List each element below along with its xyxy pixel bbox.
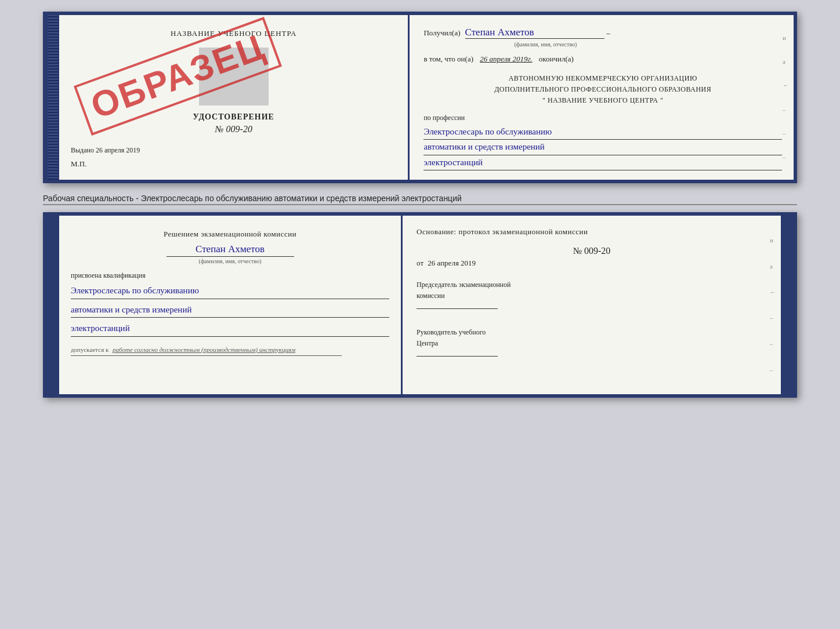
chairman-block: Председатель экзаменационной комиссии [417, 279, 767, 313]
cert-title: УДОСТОВЕРЕНИЕ [71, 112, 396, 122]
spine-bottom-left [46, 216, 59, 394]
school-name: НАЗВАНИЕ УЧЕБНОГО ЦЕНТРА [71, 29, 396, 38]
side-decoration: и а ← – – – [783, 15, 789, 180]
allowed-value: работе согласно должностным (производств… [113, 346, 295, 353]
side-decoration-bottom: и а ← – – – [770, 216, 776, 394]
commission-name: Степан Ахметов [71, 243, 389, 255]
issued-line: Выдано 26 апреля 2019 [71, 146, 396, 155]
chairman-label2: комиссии [417, 290, 767, 301]
mp-line: М.П. [71, 159, 396, 169]
fio-label-top: (фамилия, имя, отчество) [476, 41, 615, 48]
director-signature-line [417, 356, 498, 357]
chairman-signature-line [417, 308, 498, 309]
allowed-prefix: допускается к [71, 346, 108, 353]
spine-bottom-right [781, 216, 794, 394]
allowed-line: допускается к работе согласно должностны… [71, 346, 389, 353]
date-line: в том, что он(а) 26 апреля 2019г. окончи… [423, 54, 782, 64]
date-prefix: в том, что он(а) [423, 54, 473, 63]
top-right-panel: Получил(а) Степан Ахметов – (фамилия, им… [410, 15, 794, 180]
received-prefix: Получил(а) [423, 28, 460, 37]
issued-label: Выдано [71, 146, 94, 154]
chairman-label1: Председатель экзаменационной [417, 279, 767, 290]
protocol-date-prefix: от [417, 259, 423, 267]
fio-label-bottom: (фамилия, имя, отчество) [166, 256, 294, 264]
director-label1: Руководитель учебного [417, 327, 767, 338]
date-value: 26 апреля 2019г. [480, 54, 532, 63]
commission-title: Решением экзаменационной комиссии [71, 230, 389, 239]
profession-line2: автоматики и средств измерений [423, 140, 782, 155]
received-row: Получил(а) Степан Ахметов – [423, 27, 782, 39]
specialty-text: Рабочая специальность - Электрослесарь п… [43, 190, 797, 205]
cert-number: № 009-20 [71, 124, 396, 134]
profession-line1: Электрослесарь по обслуживанию [423, 125, 782, 140]
org-line1: АВТОНОМНУЮ НЕКОММЕРЧЕСКУЮ ОРГАНИЗАЦИЮ [423, 73, 782, 84]
date-suffix: окончил(а) [539, 54, 574, 63]
bottom-document: Решением экзаменационной комиссии Степан… [43, 212, 797, 398]
bottom-left-panel: Решением экзаменационной комиссии Степан… [59, 216, 403, 394]
received-name: Степан Ахметов [465, 27, 604, 39]
protocol-date: от 26 апреля 2019 [417, 259, 767, 268]
org-block: АВТОНОМНУЮ НЕКОММЕРЧЕСКУЮ ОРГАНИЗАЦИЮ ДО… [423, 73, 782, 107]
basis-title: Основание: протокол экзаменационной коми… [417, 227, 767, 237]
protocol-date-value: 26 апреля 2019 [428, 259, 476, 267]
org-line2: ДОПОЛНИТЕЛЬНОГО ПРОФЕССИОНАЛЬНОГО ОБРАЗО… [423, 84, 782, 95]
qualification-line1: Электрослесарь по обслуживанию [71, 283, 389, 299]
top-left-panel: НАЗВАНИЕ УЧЕБНОГО ЦЕНТРА УДОСТОВЕРЕНИЕ №… [59, 15, 410, 180]
bottom-right-panel: Основание: протокол экзаменационной коми… [403, 216, 781, 394]
issued-date: 26 апреля 2019 [96, 146, 140, 154]
org-line3: " НАЗВАНИЕ УЧЕБНОГО ЦЕНТРА " [423, 95, 782, 106]
profession-label: по профессии [423, 114, 782, 122]
spine-left [46, 15, 59, 180]
qualification-label: присвоена квалификация [71, 271, 389, 280]
qualification-line2: автоматики и средств измерений [71, 303, 389, 318]
top-document: НАЗВАНИЕ УЧЕБНОГО ЦЕНТРА УДОСТОВЕРЕНИЕ №… [43, 12, 797, 183]
photo-placeholder [199, 48, 269, 106]
protocol-number: № 009-20 [417, 246, 767, 256]
director-label2: Центра [417, 338, 767, 349]
director-block: Руководитель учебного Центра [417, 327, 767, 361]
profession-line3: электростанций [423, 155, 782, 171]
qualification-line3: электростанций [71, 321, 389, 337]
